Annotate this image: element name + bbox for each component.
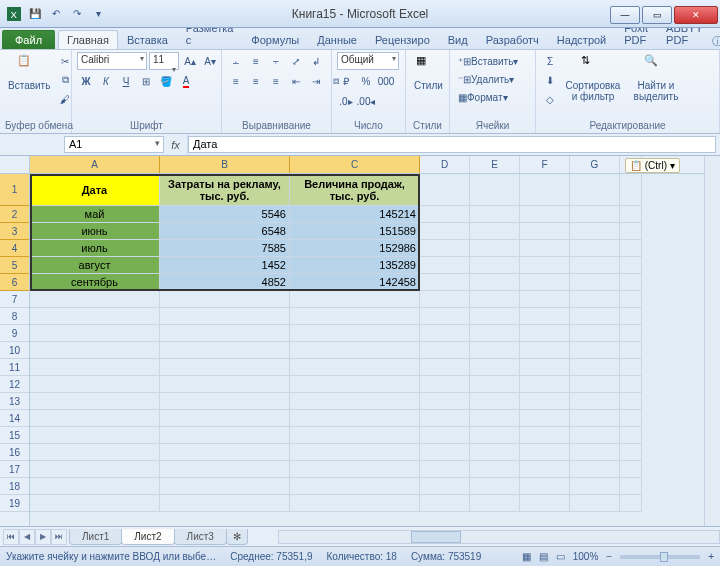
fill-color-icon[interactable]: 🪣 <box>157 72 175 90</box>
cell-H1[interactable] <box>620 174 642 206</box>
cell-F13[interactable] <box>520 393 570 410</box>
cell-B18[interactable] <box>160 478 290 495</box>
cell-F5[interactable] <box>520 257 570 274</box>
cell-E5[interactable] <box>470 257 520 274</box>
tab-Формулы[interactable]: Формулы <box>242 30 308 49</box>
indent-dec-icon[interactable]: ⇤ <box>287 72 305 90</box>
excel-icon[interactable]: X <box>4 4 24 24</box>
cell-C8[interactable] <box>290 308 420 325</box>
row-header-5[interactable]: 5 <box>0 257 29 274</box>
font-size-dropdown[interactable]: 11 <box>149 52 179 70</box>
percent-icon[interactable]: % <box>357 72 375 90</box>
cell-C7[interactable] <box>290 291 420 308</box>
cell-H17[interactable] <box>620 461 642 478</box>
cell-G2[interactable] <box>570 206 620 223</box>
cell-B13[interactable] <box>160 393 290 410</box>
cell-B16[interactable] <box>160 444 290 461</box>
select-all-corner[interactable] <box>0 156 29 174</box>
sort-filter-button[interactable]: ⇅ Сортировка и фильтр <box>562 52 624 104</box>
tab-Вставка[interactable]: Вставка <box>118 30 177 49</box>
cell-A6[interactable]: сентябрь <box>30 274 160 291</box>
cell-C13[interactable] <box>290 393 420 410</box>
col-header-E[interactable]: E <box>470 156 520 173</box>
row-header-15[interactable]: 15 <box>0 427 29 444</box>
col-header-F[interactable]: F <box>520 156 570 173</box>
grid-cells[interactable]: ABCDEFGH ДатаЗатраты на рекламу, тыс. ру… <box>30 156 704 526</box>
cell-F7[interactable] <box>520 291 570 308</box>
row-header-18[interactable]: 18 <box>0 478 29 495</box>
cell-E6[interactable] <box>470 274 520 291</box>
cell-C5[interactable]: 135289 <box>290 257 420 274</box>
clear-icon[interactable]: ◇ <box>541 90 559 108</box>
cell-A19[interactable] <box>30 495 160 512</box>
cell-C9[interactable] <box>290 325 420 342</box>
cell-F14[interactable] <box>520 410 570 427</box>
col-header-G[interactable]: G <box>570 156 620 173</box>
row-header-11[interactable]: 11 <box>0 359 29 376</box>
new-sheet-button[interactable]: ✻ <box>226 529 248 545</box>
number-format-dropdown[interactable]: Общий <box>337 52 399 70</box>
cell-E19[interactable] <box>470 495 520 512</box>
cell-F3[interactable] <box>520 223 570 240</box>
cell-F12[interactable] <box>520 376 570 393</box>
row-header-16[interactable]: 16 <box>0 444 29 461</box>
cell-D2[interactable] <box>420 206 470 223</box>
paste-options-hint[interactable]: 📋 (Ctrl) ▾ <box>625 158 680 173</box>
row-header-13[interactable]: 13 <box>0 393 29 410</box>
cell-A16[interactable] <box>30 444 160 461</box>
cell-E1[interactable] <box>470 174 520 206</box>
zoom-level[interactable]: 100% <box>573 551 599 562</box>
shrink-font-icon[interactable]: A▾ <box>201 52 219 70</box>
cell-A13[interactable] <box>30 393 160 410</box>
redo-icon[interactable]: ↷ <box>67 4 87 24</box>
cell-C18[interactable] <box>290 478 420 495</box>
cell-B10[interactable] <box>160 342 290 359</box>
underline-button[interactable]: Ч <box>117 72 135 90</box>
cell-C17[interactable] <box>290 461 420 478</box>
align-center-icon[interactable]: ≡ <box>247 72 265 90</box>
row-header-7[interactable]: 7 <box>0 291 29 308</box>
cell-D10[interactable] <box>420 342 470 359</box>
cell-F2[interactable] <box>520 206 570 223</box>
italic-button[interactable]: К <box>97 72 115 90</box>
cell-F8[interactable] <box>520 308 570 325</box>
fx-icon[interactable]: fx <box>164 134 188 155</box>
cell-H13[interactable] <box>620 393 642 410</box>
cell-H19[interactable] <box>620 495 642 512</box>
cell-H7[interactable] <box>620 291 642 308</box>
view-break-icon[interactable]: ▭ <box>556 551 565 562</box>
cell-A7[interactable] <box>30 291 160 308</box>
col-header-C[interactable]: C <box>290 156 420 173</box>
cell-E10[interactable] <box>470 342 520 359</box>
cell-B7[interactable] <box>160 291 290 308</box>
cell-G4[interactable] <box>570 240 620 257</box>
cell-B5[interactable]: 1452 <box>160 257 290 274</box>
col-header-D[interactable]: D <box>420 156 470 173</box>
tab-Главная[interactable]: Главная <box>58 30 118 49</box>
row-header-14[interactable]: 14 <box>0 410 29 427</box>
cell-F9[interactable] <box>520 325 570 342</box>
col-header-A[interactable]: A <box>30 156 160 173</box>
cell-G17[interactable] <box>570 461 620 478</box>
autosum-icon[interactable]: Σ <box>541 52 559 70</box>
cell-D4[interactable] <box>420 240 470 257</box>
sheet-tab-Лист2[interactable]: Лист2 <box>121 529 174 545</box>
cell-G18[interactable] <box>570 478 620 495</box>
cell-F19[interactable] <box>520 495 570 512</box>
bold-button[interactable]: Ж <box>77 72 95 90</box>
cell-D11[interactable] <box>420 359 470 376</box>
cell-G12[interactable] <box>570 376 620 393</box>
delete-cells-button[interactable]: ⁻⊞ Удалить ▾ <box>455 70 517 88</box>
row-header-8[interactable]: 8 <box>0 308 29 325</box>
cell-A5[interactable]: август <box>30 257 160 274</box>
qa-more-icon[interactable]: ▾ <box>88 4 108 24</box>
row-header-4[interactable]: 4 <box>0 240 29 257</box>
cell-H8[interactable] <box>620 308 642 325</box>
cell-H2[interactable] <box>620 206 642 223</box>
cell-D6[interactable] <box>420 274 470 291</box>
cell-A9[interactable] <box>30 325 160 342</box>
dec-decimal-icon[interactable]: .00◂ <box>357 92 375 110</box>
tab-Данные[interactable]: Данные <box>308 30 366 49</box>
cell-H6[interactable] <box>620 274 642 291</box>
row-header-6[interactable]: 6 <box>0 274 29 291</box>
